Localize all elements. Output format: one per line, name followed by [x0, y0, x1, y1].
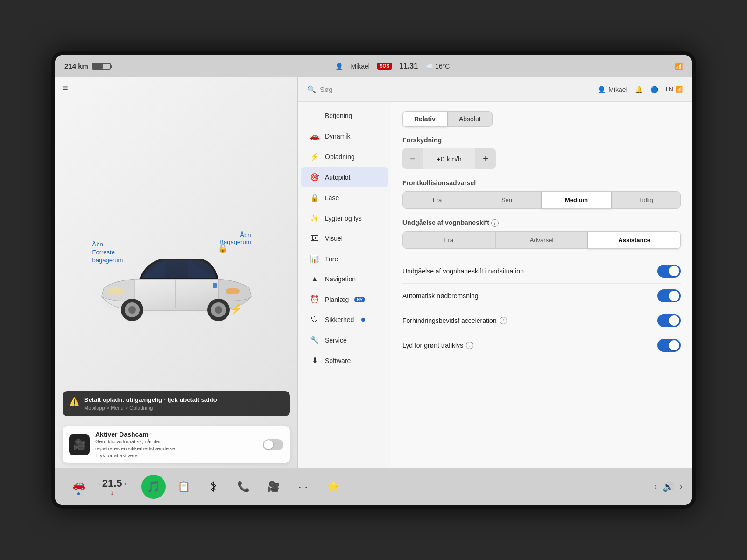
- taskbar-car-icon: 🚗: [72, 478, 85, 490]
- relativ-button[interactable]: Relativ: [402, 111, 447, 127]
- sidebar-item-dynamik[interactable]: 🚗 Dynamik: [301, 126, 388, 146]
- search-bar: 🔍 Søg 👤 Mikael 🔔 🔵 LN 📶: [298, 77, 692, 102]
- betjening-label: Betjening: [325, 112, 352, 119]
- sidebar-item-lygter[interactable]: ✨ Lygter og lys: [301, 208, 388, 228]
- arrow-right-icon[interactable]: ›: [680, 482, 683, 491]
- svg-point-9: [215, 306, 222, 314]
- lygter-icon: ✨: [310, 214, 319, 223]
- noedsituation-toggle[interactable]: [657, 265, 681, 278]
- undgaaelse-advarsel[interactable]: Advarsel: [495, 231, 588, 249]
- toggle-noedsituation: Undgåelse af vognbaneskift i nødsituatio…: [402, 259, 681, 284]
- taskbar-dot: [77, 492, 80, 495]
- bluetooth-icon[interactable]: 🔵: [650, 86, 658, 93]
- taskbar-car-button[interactable]: 🚗: [64, 478, 92, 495]
- undgaaelse-assistance[interactable]: Assistance: [588, 231, 681, 249]
- sidebar-item-laase[interactable]: 🔒 Låse: [301, 188, 388, 208]
- dynamik-label: Dynamik: [325, 133, 350, 140]
- sidebar-item-betjening[interactable]: 🖥 Betjening: [301, 106, 388, 126]
- hindring-toggle[interactable]: [657, 314, 681, 327]
- trafik-toggle[interactable]: [657, 339, 681, 352]
- noedbremse-toggle[interactable]: [657, 289, 681, 302]
- sidebar-item-visuel[interactable]: 🖼 Visuel: [301, 229, 388, 248]
- frontkollision-label: Frontkollisionsadvarsel: [402, 179, 681, 187]
- trafik-info-icon[interactable]: i: [466, 342, 473, 349]
- sos-badge[interactable]: SOS: [377, 63, 392, 70]
- frontkollision-fra[interactable]: Fra: [402, 191, 472, 209]
- sidebar-item-sikkerhed[interactable]: 🛡 Sikkerhed: [301, 310, 388, 329]
- warning-sub: Mobilapp > Menu > Opladning: [84, 405, 217, 412]
- sidebar-item-planlaeg[interactable]: ⏰ Planlæg NY: [301, 289, 388, 309]
- speed-value: +0 km/h: [423, 150, 475, 168]
- trafik-label: Lyd for grønt trafiklys i: [402, 342, 473, 349]
- camera-button[interactable]: 🎥: [261, 475, 285, 499]
- noedbremse-knob: [669, 291, 679, 301]
- more-button[interactable]: ⋯: [291, 475, 315, 499]
- search-icon: 🔍: [307, 85, 316, 94]
- service-label: Service: [325, 336, 347, 344]
- service-icon: 🔧: [310, 336, 319, 344]
- status-right: 📶: [675, 63, 683, 70]
- ture-icon: 📊: [310, 254, 319, 263]
- battery-bar: [92, 63, 111, 70]
- hindring-knob: [669, 315, 679, 326]
- visuel-icon: 🖼: [310, 234, 319, 243]
- time-display: 11.31: [399, 62, 418, 70]
- undgaaelse-fra[interactable]: Fra: [402, 231, 495, 249]
- phone-button[interactable]: 📞: [231, 475, 255, 499]
- arrow-left-icon[interactable]: ‹: [654, 482, 657, 491]
- toggle-trafik: Lyd for grønt trafiklys i: [402, 333, 681, 357]
- toggle-knob: [264, 440, 273, 449]
- profile-icon: 👤: [335, 63, 343, 70]
- undgaaelse-group: Fra Advarsel Assistance: [402, 231, 681, 249]
- dynamik-icon: 🚗: [310, 132, 319, 140]
- ture-label: Ture: [325, 255, 338, 263]
- sidebar-item-navigation[interactable]: ▲ Navigation: [301, 269, 388, 289]
- user-icon: 👤: [598, 86, 606, 93]
- taskbar-temp: ‹ 21.5 › 🌡️: [98, 477, 126, 496]
- navigation-label: Navigation: [325, 275, 356, 283]
- laase-icon: 🔒: [310, 193, 319, 202]
- settings-area: 🖥 Betjening 🚗 Dynamik ⚡ Opladning 🎯: [298, 102, 692, 468]
- dashcam-desc: Gem klip automatisk, når derregistreres …: [95, 438, 257, 452]
- notes-button[interactable]: 📋: [171, 475, 196, 499]
- warning-notification[interactable]: ⚠️ Betalt opladn. utilgængelig - tjek ub…: [63, 391, 290, 416]
- svg-point-3: [226, 288, 240, 294]
- speed-decrease-button[interactable]: −: [402, 148, 423, 169]
- hindring-info-icon[interactable]: i: [500, 317, 507, 324]
- speed-increase-button[interactable]: +: [475, 148, 496, 169]
- frontkollision-medium[interactable]: Medium: [542, 191, 611, 209]
- dashcam-toggle[interactable]: [263, 439, 283, 450]
- sidebar-item-ture[interactable]: 📊 Ture: [301, 249, 388, 269]
- forskydning-section: Forskydning − +0 km/h +: [402, 136, 681, 169]
- dashcam-card[interactable]: 🎥 Aktiver Dashcam Gem klip automatisk, n…: [63, 426, 290, 463]
- betjening-icon: 🖥: [310, 112, 319, 120]
- sidebar-item-service[interactable]: 🔧 Service: [301, 330, 388, 350]
- taskbar-divider: [134, 475, 134, 498]
- sidebar-item-software[interactable]: ⬇ Software: [301, 350, 388, 371]
- laase-label: Låse: [325, 194, 339, 202]
- absolut-button[interactable]: Absolut: [447, 111, 493, 127]
- temp-arrow-right[interactable]: ›: [124, 480, 127, 487]
- noedsituation-knob: [669, 266, 679, 276]
- warning-title: Betalt opladn. utilgængelig - tjek ubeta…: [84, 396, 217, 404]
- planlaeg-icon: ⏰: [310, 295, 319, 304]
- front-trunk-label[interactable]: ÅbnForrestebagagerum: [92, 241, 123, 265]
- sidebar-item-autopilot[interactable]: 🎯 Autopilot: [301, 167, 388, 187]
- svg-point-2: [107, 287, 124, 295]
- menu-icon[interactable]: ≡: [63, 83, 68, 93]
- autopilot-label: Autopilot: [325, 174, 350, 181]
- cloud-icon: ☁️: [425, 63, 433, 70]
- spotify-button[interactable]: 🎵: [141, 475, 166, 499]
- frontkollision-tidlig[interactable]: Tidlig: [611, 191, 681, 209]
- nav-menu: 🖥 Betjening 🚗 Dynamik ⚡ Opladning 🎯: [298, 102, 391, 468]
- frontkollision-sen[interactable]: Sen: [472, 191, 542, 209]
- volume-button[interactable]: 🔊: [662, 481, 674, 492]
- undgaaelse-info-icon[interactable]: i: [491, 219, 499, 227]
- apps-button[interactable]: ⭐: [321, 475, 345, 499]
- svg-rect-10: [213, 283, 217, 288]
- bell-icon[interactable]: 🔔: [635, 86, 643, 93]
- search-input-container[interactable]: 🔍 Søg: [307, 85, 333, 94]
- bluetooth-button[interactable]: [201, 475, 226, 499]
- sidebar-item-opladning[interactable]: ⚡ Opladning: [301, 147, 388, 167]
- temp-arrow-left[interactable]: ‹: [98, 480, 100, 487]
